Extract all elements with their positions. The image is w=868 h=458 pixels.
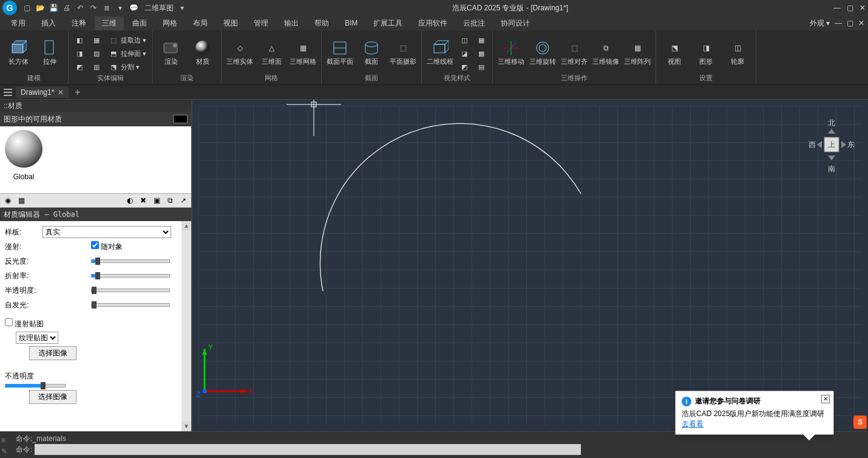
save-icon[interactable]: 💾	[49, 3, 58, 13]
vis-style-6[interactable]: ▤	[474, 61, 489, 73]
planar-photo-button[interactable]: ⬚平面摄影	[388, 32, 418, 73]
sketch-dropdown[interactable]: 二维草图	[144, 3, 174, 13]
file-tab-drawing1[interactable]: Drawing1* ✕	[16, 87, 69, 98]
solid-icon-3[interactable]: ◩	[72, 61, 87, 73]
popup-close-icon[interactable]: ✕	[821, 395, 830, 403]
new-material-icon[interactable]: ◐	[124, 195, 135, 206]
material-item-global[interactable]: Global	[4, 130, 44, 190]
diffuse-check[interactable]	[91, 241, 99, 249]
3d-solid-button[interactable]: ◇三维实体	[225, 32, 254, 73]
ime-badge-icon[interactable]: S	[853, 415, 867, 429]
3d-array-button[interactable]: ▦三维阵列	[623, 32, 652, 73]
sphere-view-icon[interactable]: ◉	[2, 195, 13, 206]
export-material-icon[interactable]: ↗	[178, 195, 189, 206]
opacity-slider[interactable]	[5, 384, 66, 388]
texture-select[interactable]: 纹理贴图	[16, 332, 58, 344]
3d-move-button[interactable]: 三维移动	[497, 32, 526, 73]
doc-restore-icon[interactable]: ▢	[847, 19, 853, 27]
render-button[interactable]: 渲染	[157, 32, 186, 73]
solid-icon-2[interactable]: ◨	[72, 47, 87, 60]
cmd-history-icon[interactable]: ≡	[1, 436, 11, 445]
menu-annotate[interactable]: 注释	[64, 16, 93, 30]
select-image-button-2[interactable]: 选择图像	[29, 390, 76, 404]
solid-icon-5[interactable]: ▨	[89, 47, 104, 60]
section-plane-button[interactable]: 截面平面	[325, 32, 354, 73]
extrude-face-button[interactable]: ⬒拉伸面 ▾	[106, 47, 149, 60]
menu-surface[interactable]: 曲面	[125, 16, 154, 30]
open-icon[interactable]: 📂	[35, 3, 45, 13]
menu-3d[interactable]: 三维	[95, 16, 124, 30]
menu-manage[interactable]: 管理	[246, 16, 276, 30]
3d-mesh-button[interactable]: ▦三维网格	[288, 32, 317, 73]
refl-slider[interactable]	[91, 259, 170, 263]
maximize-icon[interactable]: ▢	[847, 4, 853, 12]
solid-icon-6[interactable]: ▥	[89, 61, 104, 73]
menu-common[interactable]: 常用	[4, 16, 33, 30]
panel-scrollbar[interactable]: ▲ ▼	[181, 221, 191, 431]
menu-apps[interactable]: 应用软件	[411, 16, 455, 30]
vis-style-1[interactable]: ◫	[457, 34, 472, 46]
3d-rotate-button[interactable]: 三维旋转	[528, 32, 557, 73]
chevron-down-icon[interactable]: ▾	[177, 3, 187, 13]
new-icon[interactable]: ▢	[22, 3, 32, 13]
select-image-button-1[interactable]: 选择图像	[29, 346, 76, 360]
menu-output[interactable]: 输出	[277, 16, 306, 30]
vis-style-4[interactable]: ▦	[474, 34, 489, 46]
menu-layout[interactable]: 布局	[186, 16, 215, 30]
vis-style-3[interactable]: ◩	[457, 61, 472, 73]
comment-icon[interactable]: 💬	[129, 3, 138, 13]
extrude-button[interactable]: 拉伸	[35, 32, 64, 73]
appearance-dropdown[interactable]: 外观 ▾	[810, 18, 830, 29]
menu-insert[interactable]: 插入	[34, 16, 63, 30]
doc-minimize-icon[interactable]: —	[835, 19, 842, 27]
solid-icon-4[interactable]: ▦	[89, 34, 104, 46]
emit-slider[interactable]	[91, 303, 170, 307]
view-cube[interactable]: 北 南 西 东 上	[807, 118, 856, 166]
vis-style-5[interactable]: ▩	[474, 47, 489, 60]
plot-icon[interactable]: 🖨	[62, 3, 72, 13]
3d-face-button[interactable]: △三维面	[257, 32, 286, 73]
minimize-icon[interactable]: —	[833, 4, 841, 12]
app-logo-icon[interactable]: G	[2, 1, 17, 15]
trans-slider[interactable]	[91, 289, 170, 292]
popup-link[interactable]: 去看看	[682, 419, 827, 429]
extract-edge-button[interactable]: ⬚提取边 ▾	[106, 34, 149, 46]
2d-wireframe-button[interactable]: 二维线框	[426, 32, 455, 73]
copy-material-icon[interactable]: ⧉	[164, 195, 175, 206]
diffuse-map-check[interactable]	[5, 318, 13, 326]
layers-icon[interactable]: ≣	[102, 3, 112, 13]
cmd-input-icon[interactable]: ✎	[1, 447, 11, 456]
menu-cloud[interactable]: 云批注	[456, 16, 492, 30]
vis-style-2[interactable]: ◪	[457, 47, 472, 60]
command-line[interactable]: ≡ ✎ 命令:_materials 命令:	[0, 431, 868, 458]
add-tab-icon[interactable]: +	[71, 87, 84, 98]
view-button[interactable]: ⬔视图	[660, 32, 689, 73]
menu-help[interactable]: 帮助	[307, 16, 336, 30]
menu-bim[interactable]: BIM	[337, 17, 365, 29]
delete-material-icon[interactable]: ✖	[138, 195, 149, 206]
materials-button[interactable]: 材质	[188, 32, 217, 73]
undo-icon[interactable]: ↶	[75, 3, 85, 13]
tab-close-icon[interactable]: ✕	[58, 88, 64, 97]
drawing-canvas[interactable]: Y X Z 北 南 西 东 上	[191, 100, 868, 431]
material-color-swatch[interactable]	[173, 115, 188, 123]
profile-button[interactable]: ◫轮廓	[723, 32, 752, 73]
menu-collab[interactable]: 协同设计	[493, 16, 537, 30]
checker-view-icon[interactable]: ▦	[16, 195, 27, 206]
redo-icon[interactable]: ↷	[89, 3, 98, 13]
3d-mirror-button[interactable]: ⧉三维镜像	[591, 32, 620, 73]
apply-material-icon[interactable]: ▣	[151, 195, 162, 206]
menu-ext[interactable]: 扩展工具	[366, 16, 410, 30]
box-button[interactable]: 长方体	[4, 32, 33, 73]
section-button[interactable]: 截面	[357, 32, 386, 73]
close-icon[interactable]: ✕	[860, 4, 866, 12]
graphics-button[interactable]: ◨图形	[691, 32, 721, 73]
dropdown-icon[interactable]: ▾	[115, 3, 125, 13]
solid-icon-1[interactable]: ◧	[72, 34, 87, 46]
menu-mesh[interactable]: 网格	[155, 16, 185, 30]
template-select[interactable]: 真实	[42, 226, 171, 238]
cmd-input[interactable]	[35, 444, 581, 455]
refr-slider[interactable]	[91, 274, 170, 278]
3d-align-button[interactable]: ⬚三维对齐	[560, 32, 589, 73]
menu-view[interactable]: 视图	[216, 16, 245, 30]
